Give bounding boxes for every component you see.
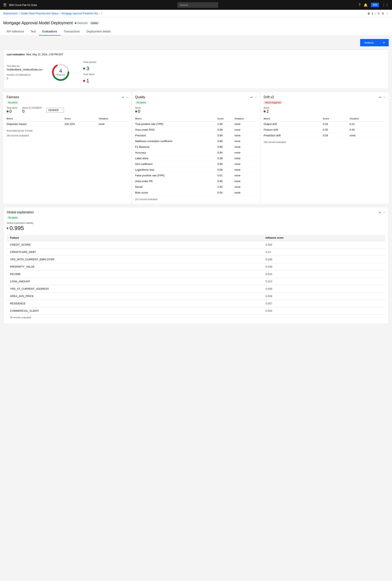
fairness-link-icon[interactable]: → (126, 96, 128, 99)
drift-link-icon[interactable]: → (382, 96, 386, 99)
num-explanations-value[interactable]: 2 (7, 77, 42, 80)
quality-badge: No alerts (135, 101, 148, 104)
tests-failed-label: Tests failed (83, 73, 96, 76)
feature-cell: AREA_AVG_PRICE (7, 292, 262, 300)
global-exp-settings-icon[interactable]: ⇌ (379, 211, 381, 214)
drift-settings-icon[interactable]: ⇌ (379, 96, 382, 99)
associated-group: Associated group: Female (6, 130, 128, 132)
overflow-icon[interactable]: ⋮ (386, 12, 389, 15)
metric-cell: Feature drift (264, 127, 321, 133)
global-exp-link-icon[interactable]: → (382, 211, 385, 214)
table-row: Matthews correlation coefficient 0.99 no… (135, 138, 257, 144)
quality-settings-icon[interactable]: ⇌ (250, 96, 253, 99)
global-records: 50 records evaluated (7, 314, 385, 320)
help-icon[interactable]: ? (358, 3, 360, 7)
tab-test[interactable]: Test (27, 28, 39, 36)
fairness-th-score: Score (63, 116, 97, 121)
global-explanation-card: Global explanation ⇌ → No alerts Global … (3, 207, 389, 324)
tests-run-donut: 4 Tests run (50, 62, 71, 82)
user-icon[interactable]: WW (371, 3, 379, 7)
list-item: COMMERCIAL_CLIENT 0.004 (7, 307, 385, 314)
gender-select-container[interactable]: GENDER (46, 108, 64, 113)
feature-cell: YRS_AT_CURRENT_ADDRESS (7, 285, 262, 292)
settings-icon[interactable]: ⚙ (382, 12, 384, 15)
quality-column: Quality ⇌ → No alerts Alerts 0 (132, 92, 260, 204)
eval-meta: Test data set GoldenBank_HoldoutData.csv… (7, 65, 42, 80)
violation-cell: none (233, 156, 257, 161)
global-exp-icons: ⇌ → (379, 211, 385, 214)
metric-cell: Area under PR (135, 178, 216, 184)
drift-alerts-row: Alerts 2 (264, 106, 386, 114)
info-icon[interactable]: ℹ (372, 12, 373, 15)
breadcrumb-bar: Deployments / Golden Bank Preproduction … (0, 10, 392, 17)
upload-icon[interactable]: ↑ (374, 12, 376, 15)
breadcrumb-deployments[interactable]: Deployments (3, 12, 18, 15)
quality-title-row: Quality ⇌ → (135, 95, 257, 99)
actions-button[interactable]: Actions ▾ (360, 39, 389, 46)
stability-number: 0.995 (10, 225, 24, 232)
fairness-th-violation: Violation (97, 116, 128, 121)
metric-cell: Recall (135, 184, 216, 190)
fairness-settings-icon[interactable]: ⇌ (122, 96, 124, 99)
feature-th-score: Influence score (262, 235, 385, 241)
quality-icons: ⇌ → (250, 96, 257, 99)
actions-bar: Actions ▾ (3, 39, 389, 46)
violation-cell: none (233, 144, 257, 150)
tab-deployment-details[interactable]: Deployment details (83, 28, 114, 36)
metric-cell: Prediction drift (264, 133, 321, 138)
violation-cell: none (97, 121, 128, 127)
drift-title: Drift v2 (264, 95, 274, 99)
score-cell: 0.01 (216, 173, 233, 178)
violation-cell: 0.30 (348, 127, 386, 133)
main-content: Actions ▾ Last evaluation: Wed, May 22, … (0, 36, 392, 330)
gender-select[interactable]: GENDER (46, 108, 64, 113)
status-deployed: Deployed (75, 22, 88, 24)
hamburger-icon[interactable]: ☰ (3, 3, 6, 7)
tab-api-reference[interactable]: API reference (3, 28, 27, 36)
tab-transactions[interactable]: Transactions (60, 28, 83, 36)
refresh-icon[interactable]: ↻ (378, 12, 380, 15)
breadcrumb-mortgage[interactable]: Mortgage Approval Prediction Mo... (62, 12, 100, 15)
quality-link-icon[interactable]: → (254, 96, 257, 99)
fairness-icons: ⇌ → (122, 96, 128, 99)
breadcrumb-golden-bank[interactable]: Golden Bank Preproduction Space (20, 12, 58, 15)
feature-th-feature: Feature (7, 235, 262, 241)
quality-title: Quality (135, 95, 145, 99)
violation-cell: none (233, 161, 257, 167)
metric-cell: Gini coefficient (135, 161, 216, 167)
fairness-column: Fairness ⇌ → No alerts Total alerts 0 Al… (3, 92, 132, 204)
search-input[interactable] (178, 2, 218, 8)
table-row: Accuracy 0.99 none (135, 150, 257, 156)
fairness-table: Metric Score Violation Disparate impact … (6, 116, 128, 127)
quality-records: 167 records evaluated (135, 198, 257, 200)
search-container[interactable] (178, 2, 218, 8)
tab-evaluations[interactable]: Evaluations (39, 28, 60, 36)
list-item: YRS_AT_CURRENT_ADDRESS 0.009 (7, 285, 385, 292)
apps-icon[interactable]: ⋮⋮ (382, 3, 389, 7)
influence-cell: 0.007 (262, 300, 385, 307)
drift-th-metric: Metric (264, 116, 321, 121)
gender-alerts-count: 0 (22, 109, 42, 114)
quality-th-metric: Metric (135, 116, 216, 121)
table-row: Disparate impact 102.22% none (6, 121, 128, 127)
violation-cell: none (233, 127, 257, 133)
table-row: Label skew 0.38 none (135, 156, 257, 161)
status-label: Deployed (77, 22, 88, 24)
tests-passed-count: 3 (86, 66, 89, 72)
delete-icon[interactable]: 🗑 (367, 12, 370, 15)
page-header: Mortgage Approval Model Deployment Deplo… (0, 17, 392, 36)
quality-th-violation: Violation (233, 116, 257, 121)
nav-left: ☰ IBM Cloud Pak for Data (3, 3, 37, 7)
page-title-row: Mortgage Approval Model Deployment Deplo… (3, 20, 389, 25)
table-row: False positive rate (FPR) 0.01 none (135, 173, 257, 178)
quality-alerts-value: 0 (138, 109, 140, 114)
list-item: INCOME 0.025 (7, 270, 385, 278)
notification-icon[interactable]: 🔔 (364, 3, 368, 7)
table-row: Logarithmic loss 0.08 none (135, 167, 257, 173)
score-cell: 1.00 (216, 121, 233, 127)
violation-cell: none (233, 150, 257, 156)
global-exp-title: Global explanation (7, 210, 34, 214)
quality-alerts-dot (135, 110, 137, 112)
feature-cell: COMMERCIAL_CLIENT (7, 307, 262, 314)
stability-label: Global explanation stability (7, 222, 385, 224)
